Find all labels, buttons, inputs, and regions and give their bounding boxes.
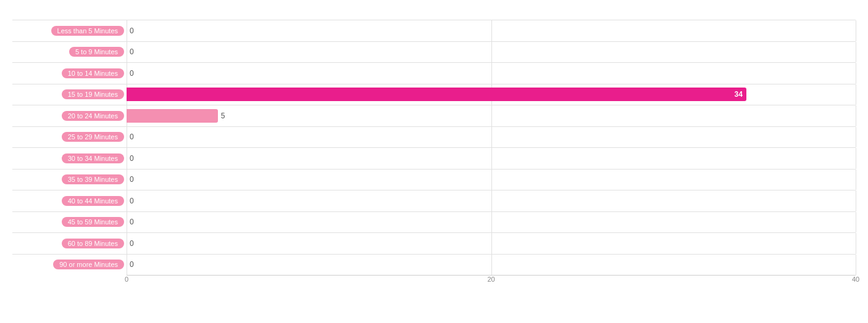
row-label: 45 to 59 Minutes [12, 217, 127, 227]
grid-line [856, 255, 856, 276]
bar-row: 5 to 9 Minutes0 [12, 41, 856, 63]
grid-lines [127, 63, 856, 84]
label-pill: 30 to 34 Minutes [62, 153, 124, 163]
bar-area: 0 [127, 20, 856, 41]
bar-value: 0 [130, 197, 134, 205]
x-axis-tick: 40 [852, 276, 859, 283]
grid-line [491, 20, 492, 41]
row-label: 35 to 39 Minutes [12, 174, 127, 184]
grid-line [127, 42, 127, 63]
x-axis-tick: 0 [125, 276, 128, 283]
label-pill: 60 to 89 Minutes [62, 239, 124, 248]
bar-value: 0 [130, 69, 134, 78]
grid-line [491, 170, 492, 190]
bar-value: 0 [130, 27, 134, 35]
bar-value: 0 [130, 239, 134, 248]
bar-row: 25 to 29 Minutes0 [12, 126, 856, 148]
bar-area: 5 [127, 105, 856, 126]
grid-line [127, 212, 127, 233]
chart-area: Less than 5 Minutes05 to 9 Minutes010 to… [12, 20, 856, 275]
bar-value: 0 [130, 260, 134, 269]
grid-line [491, 233, 492, 254]
grid-lines [127, 255, 856, 276]
grid-line [127, 148, 127, 169]
row-label: 20 to 24 Minutes [12, 111, 127, 121]
grid-lines [127, 105, 856, 126]
bar-value: 0 [130, 47, 134, 56]
grid-lines [127, 20, 856, 41]
grid-lines [127, 127, 856, 148]
x-axis: 02040 [127, 275, 856, 287]
label-pill: 10 to 14 Minutes [62, 68, 124, 78]
grid-line [491, 42, 492, 63]
grid-lines [127, 212, 856, 233]
row-label: 10 to 14 Minutes [12, 68, 127, 78]
grid-lines [127, 233, 856, 254]
grid-lines [127, 190, 856, 211]
grid-line [491, 127, 492, 148]
grid-lines [127, 170, 856, 190]
x-axis-tick: 20 [487, 276, 495, 283]
bar-row: Less than 5 Minutes0 [12, 20, 856, 41]
bar-area: 0 [127, 212, 856, 233]
label-pill: 90 or more Minutes [53, 260, 124, 269]
bar-value: 0 [130, 154, 134, 163]
grid-line [856, 20, 856, 41]
grid-line [491, 190, 492, 211]
bar-area: 0 [127, 63, 856, 84]
grid-line [856, 42, 856, 63]
row-label: 40 to 44 Minutes [12, 196, 127, 206]
grid-line [491, 255, 492, 276]
bar-area: 34 [127, 84, 856, 105]
grid-line [491, 63, 492, 84]
grid-line [127, 255, 127, 276]
grid-line [856, 190, 856, 211]
label-pill: Less than 5 Minutes [51, 26, 124, 36]
bar [127, 109, 218, 123]
bar-value: 0 [130, 218, 134, 226]
row-label: 30 to 34 Minutes [12, 153, 127, 163]
grid-lines [127, 42, 856, 63]
row-label: 15 to 19 Minutes [12, 89, 127, 99]
bar-value: 0 [130, 175, 134, 184]
label-pill: 5 to 9 Minutes [69, 47, 124, 57]
bar-area: 0 [127, 255, 856, 276]
grid-line [127, 233, 127, 254]
row-label: 25 to 29 Minutes [12, 132, 127, 142]
bar-row: 15 to 19 Minutes34 [12, 84, 856, 105]
bar-row: 35 to 39 Minutes0 [12, 169, 856, 190]
bar-value-inside: 34 [734, 90, 742, 99]
row-label: 90 or more Minutes [12, 260, 127, 269]
row-label: Less than 5 Minutes [12, 26, 127, 36]
chart-container: Less than 5 Minutes05 to 9 Minutes010 to… [0, 0, 868, 323]
grid-line [491, 212, 492, 233]
grid-line [856, 105, 856, 126]
grid-line [856, 63, 856, 84]
bar-area: 0 [127, 127, 856, 148]
bar: 34 [127, 88, 746, 101]
grid-line [856, 212, 856, 233]
grid-line [856, 148, 856, 169]
grid-line [127, 63, 127, 84]
label-pill: 40 to 44 Minutes [62, 196, 124, 206]
bar-row: 40 to 44 Minutes0 [12, 190, 856, 211]
row-label: 60 to 89 Minutes [12, 239, 127, 248]
bar-area: 0 [127, 233, 856, 254]
row-label: 5 to 9 Minutes [12, 47, 127, 57]
bar-value: 5 [221, 112, 225, 120]
grid-line [856, 84, 856, 105]
bar-area: 0 [127, 148, 856, 169]
bar-row: 20 to 24 Minutes5 [12, 105, 856, 126]
label-pill: 45 to 59 Minutes [62, 217, 124, 227]
bar-value: 0 [130, 133, 134, 141]
grid-lines [127, 148, 856, 169]
label-pill: 25 to 29 Minutes [62, 132, 124, 142]
grid-line [127, 20, 127, 41]
bar-area: 0 [127, 170, 856, 190]
bar-row: 90 or more Minutes0 [12, 254, 856, 276]
label-pill: 20 to 24 Minutes [62, 111, 124, 121]
grid-line [856, 233, 856, 254]
bar-row: 60 to 89 Minutes0 [12, 232, 856, 254]
grid-line [856, 170, 856, 190]
grid-line [491, 148, 492, 169]
